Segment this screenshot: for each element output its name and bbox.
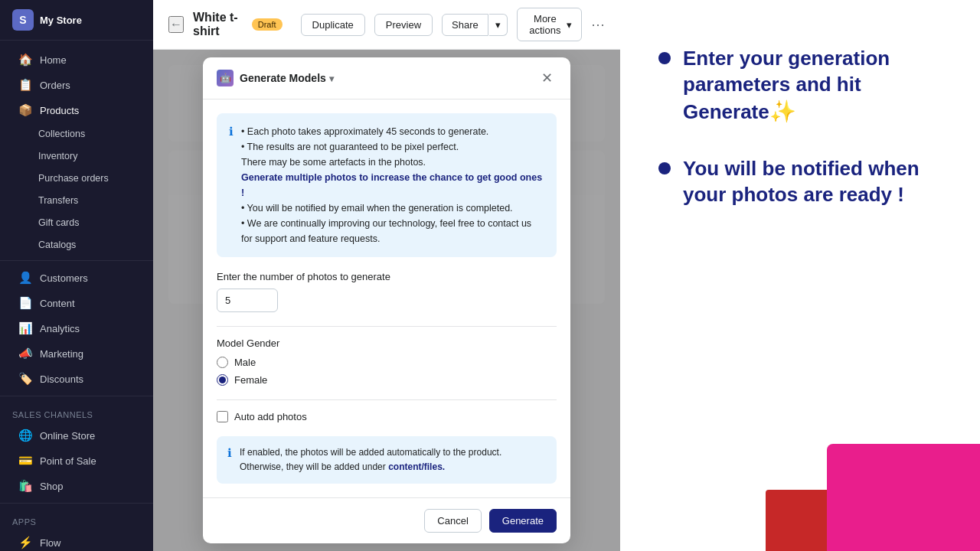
flow-label: Flow bbox=[40, 537, 60, 549]
auto-add-info-box: ℹ If enabled, the photos will be added a… bbox=[217, 436, 557, 484]
divider-3 bbox=[0, 503, 153, 504]
share-button[interactable]: Share bbox=[442, 14, 488, 36]
transfers-label: Transfers bbox=[38, 195, 78, 206]
shop-label: Shop bbox=[40, 481, 63, 492]
customers-icon: 👤 bbox=[18, 271, 32, 285]
deco-pink bbox=[827, 444, 980, 551]
auto-add-checkbox-row[interactable]: Auto add photos bbox=[217, 411, 557, 422]
content-label: Content bbox=[40, 298, 75, 309]
sidebar-item-products[interactable]: 📦 Products bbox=[6, 98, 147, 122]
content-files-link[interactable]: content/files. bbox=[388, 461, 445, 472]
sidebar-item-pos[interactable]: 💳 Point of Sale bbox=[6, 448, 147, 473]
generate-button[interactable]: Generate bbox=[489, 509, 557, 533]
modal-header: 🤖 Generate Models ▾ ✕ bbox=[203, 57, 570, 99]
discounts-icon: 🏷️ bbox=[18, 372, 32, 386]
sidebar-item-discounts[interactable]: 🏷️ Discounts bbox=[6, 367, 147, 391]
modal-close-button[interactable]: ✕ bbox=[537, 68, 557, 88]
store-logo: S bbox=[12, 9, 34, 31]
sidebar-item-transfers[interactable]: Transfers bbox=[6, 190, 147, 211]
modal-title: Generate Models ▾ bbox=[240, 72, 334, 84]
main-area: ← White t-shirt Draft Duplicate Preview … bbox=[153, 0, 620, 551]
sales-channels-section: Sales channels bbox=[0, 401, 153, 422]
collections-label: Collections bbox=[38, 129, 85, 139]
sidebar-item-content[interactable]: 📄 Content bbox=[6, 291, 147, 315]
gender-label: Model Gender bbox=[217, 337, 557, 349]
overflow-icon[interactable]: ⋯ bbox=[591, 16, 605, 33]
more-actions-button[interactable]: More actions ▾ bbox=[517, 8, 582, 41]
sidebar-item-flow[interactable]: ⚡ Flow bbox=[6, 530, 147, 551]
analytics-icon: 📊 bbox=[18, 321, 32, 335]
modal-body: ℹ • Each photo takes approximately 45 se… bbox=[203, 99, 570, 497]
info-line-3: There may be some artefacts in the photo… bbox=[241, 157, 426, 168]
flow-icon: ⚡ bbox=[18, 536, 32, 549]
right-panel: Enter your generation parameters and hit… bbox=[620, 0, 980, 551]
sidebar-item-inventory[interactable]: Inventory bbox=[6, 145, 147, 167]
generate-models-icon: 🤖 bbox=[217, 70, 234, 86]
sidebar-item-gift-cards[interactable]: Gift cards bbox=[6, 212, 147, 233]
pos-icon: 💳 bbox=[18, 454, 32, 468]
divider-2 bbox=[0, 396, 153, 396]
bottom-decoration bbox=[766, 429, 980, 551]
bullet-text-2: You will be notified when your photos ar… bbox=[683, 156, 942, 208]
draft-badge: Draft bbox=[252, 18, 283, 31]
purchase-orders-label: Purchase orders bbox=[38, 173, 109, 184]
modal-footer: Cancel Generate bbox=[203, 497, 570, 543]
info-icon: ℹ bbox=[229, 125, 234, 246]
bullet-dot-2 bbox=[658, 162, 671, 174]
preview-button[interactable]: Preview bbox=[374, 14, 433, 36]
pos-label: Point of Sale bbox=[40, 455, 96, 467]
gender-female-radio[interactable] bbox=[217, 374, 228, 386]
sidebar-item-orders-label: Orders bbox=[40, 80, 70, 91]
photos-input[interactable] bbox=[217, 289, 278, 312]
gender-section: Model Gender Male Female bbox=[217, 337, 557, 386]
sidebar-item-collections[interactable]: Collections bbox=[6, 123, 147, 145]
sidebar-nav: 🏠 Home 📋 Orders 📦 Products Collections I… bbox=[0, 41, 153, 551]
sidebar-item-shop[interactable]: 🛍️ Shop bbox=[6, 474, 147, 498]
sidebar-item-online-store[interactable]: 🌐 Online Store bbox=[6, 423, 147, 448]
cancel-button[interactable]: Cancel bbox=[424, 509, 481, 533]
auto-add-checkbox[interactable] bbox=[217, 411, 228, 422]
discounts-label: Discounts bbox=[40, 373, 83, 385]
auto-add-section: Auto add photos bbox=[217, 411, 557, 422]
shop-icon: 🛍️ bbox=[18, 479, 32, 493]
sidebar-item-orders[interactable]: 📋 Orders bbox=[6, 73, 147, 97]
sidebar-item-catalogs[interactable]: Catalogs bbox=[6, 234, 147, 256]
orders-icon: 📋 bbox=[18, 78, 32, 92]
info-highlight: Generate multiple photos to increase the… bbox=[241, 172, 542, 198]
auto-add-label: Auto add photos bbox=[234, 411, 307, 422]
photos-count-section: Enter the number of photos to generate bbox=[217, 271, 557, 312]
home-icon: 🏠 bbox=[18, 53, 32, 67]
marketing-icon: 📣 bbox=[18, 347, 32, 360]
sidebar-item-products-label: Products bbox=[40, 105, 79, 116]
sidebar-item-marketing[interactable]: 📣 Marketing bbox=[6, 341, 147, 366]
gender-female-option[interactable]: Female bbox=[217, 374, 557, 386]
gender-male-option[interactable]: Male bbox=[217, 357, 557, 368]
sidebar-item-analytics[interactable]: 📊 Analytics bbox=[6, 316, 147, 341]
sparkle-icon: ✨ bbox=[769, 98, 796, 126]
info-text: • Each photo takes approximately 45 seco… bbox=[241, 124, 544, 246]
online-store-label: Online Store bbox=[40, 430, 95, 442]
gender-male-radio[interactable] bbox=[217, 357, 228, 368]
sidebar-item-home[interactable]: 🏠 Home bbox=[6, 47, 147, 72]
sidebar-item-home-label: Home bbox=[40, 54, 67, 66]
bullet-dot-1 bbox=[658, 52, 671, 64]
share-group: Share ▾ bbox=[442, 14, 508, 36]
chevron-down-icon: ▾ bbox=[329, 73, 334, 84]
sidebar-item-purchase-orders[interactable]: Purchase orders bbox=[6, 168, 147, 189]
sidebar: S My Store 🏠 Home 📋 Orders 📦 Products Co… bbox=[0, 0, 153, 551]
sidebar-header: S My Store bbox=[0, 0, 153, 41]
photos-label: Enter the number of photos to generate bbox=[217, 271, 557, 282]
topbar: ← White t-shirt Draft Duplicate Preview … bbox=[153, 0, 620, 50]
sidebar-item-customers[interactable]: 👤 Customers bbox=[6, 266, 147, 290]
page-content: 🤖 Generate Models ▾ ✕ ℹ • Each pho bbox=[153, 50, 620, 551]
inventory-label: Inventory bbox=[38, 151, 77, 161]
info-line-2: • The results are not guaranteed to be p… bbox=[241, 142, 459, 152]
customers-label: Customers bbox=[40, 272, 88, 284]
gift-cards-label: Gift cards bbox=[38, 217, 80, 228]
back-button[interactable]: ← bbox=[168, 16, 184, 33]
store-name: My Store bbox=[40, 15, 82, 26]
apps-section: Apps bbox=[0, 508, 153, 530]
duplicate-button[interactable]: Duplicate bbox=[301, 14, 365, 36]
bullet-item-1: Enter your generation parameters and hit… bbox=[658, 46, 942, 126]
share-caret-button[interactable]: ▾ bbox=[489, 14, 508, 36]
